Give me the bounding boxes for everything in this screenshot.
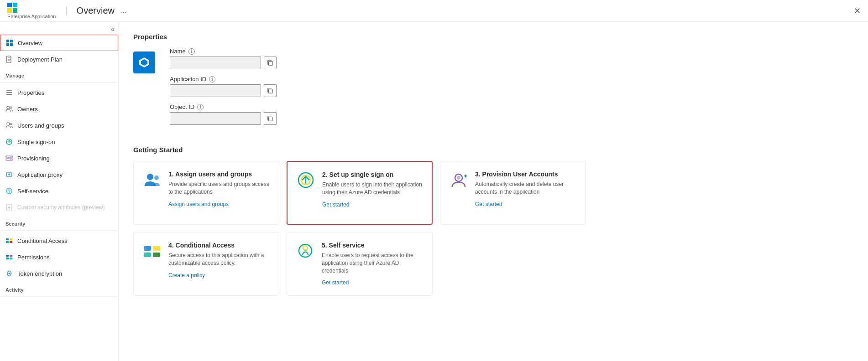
sidebar-item-self-service[interactable]: Self-service: [0, 183, 118, 199]
svg-rect-41: [269, 117, 273, 121]
card-body-provision-accounts: 3. Provision User Accounts Automatically…: [475, 170, 576, 215]
close-button[interactable]: ✕: [854, 6, 861, 16]
sidebar-collapse-button[interactable]: «: [111, 26, 115, 33]
app-id-field-row: Application ID ℹ: [170, 76, 277, 97]
app-id-info-icon[interactable]: ℹ: [209, 76, 215, 83]
svg-rect-40: [269, 89, 273, 93]
logo-cell-green: [13, 8, 17, 13]
proxy-icon: [5, 171, 13, 178]
sidebar-item-label-application-proxy: Application proxy: [17, 171, 63, 178]
sidebar-item-single-sign-on[interactable]: Single sign-on: [0, 134, 118, 150]
svg-rect-1: [10, 40, 13, 42]
card-title-single-sign-on: 2. Set up single sign on: [322, 171, 423, 178]
svg-rect-52: [153, 246, 160, 251]
card-conditional-access: 4. Conditional Access Secure access to t…: [133, 232, 279, 296]
sidebar-item-custom-security[interactable]: Custom security attributes (preview): [0, 199, 118, 216]
app-logo-grid: [7, 3, 17, 13]
main-container: « Overview Deployment Plan Manage Proper…: [0, 22, 868, 361]
app-id-input[interactable]: [170, 84, 261, 97]
sidebar-item-owners[interactable]: Owners: [0, 101, 118, 117]
sidebar-divider-security: [0, 230, 118, 231]
sidebar-item-deployment-plan[interactable]: Deployment Plan: [0, 51, 118, 67]
svg-point-19: [10, 156, 11, 157]
grid-icon: [6, 39, 13, 46]
sidebar-item-label-token-encryption: Token encryption: [17, 270, 62, 277]
card-desc-single-sign-on: Enable users to sign into their applicat…: [322, 181, 423, 196]
sidebar-item-label-permissions: Permissions: [17, 254, 50, 261]
bars-icon: [5, 89, 13, 96]
svg-point-42: [147, 174, 153, 180]
svg-point-20: [10, 159, 11, 160]
svg-point-23: [6, 188, 12, 194]
sidebar-item-conditional-access[interactable]: Conditional Access: [0, 232, 118, 249]
svg-rect-39: [269, 62, 273, 66]
card-body-conditional-access: 4. Conditional Access Secure access to t…: [168, 242, 270, 286]
svg-rect-0: [6, 40, 9, 42]
card-link-single-sign-on[interactable]: Get started: [322, 201, 349, 208]
conditional-icon: [5, 237, 13, 244]
card-body-assign-users: 1. Assign users and groups Provide speci…: [168, 170, 270, 215]
app-id-copy-button[interactable]: [264, 84, 277, 97]
card-title-self-service: 5. Self service: [322, 242, 423, 249]
getting-started-title: Getting Started: [133, 146, 853, 154]
sidebar-item-provisioning[interactable]: Provisioning: [0, 150, 118, 166]
sidebar-item-properties[interactable]: Properties: [0, 84, 118, 101]
custom-icon: [5, 204, 13, 211]
card-title-conditional-access: 4. Conditional Access: [168, 242, 270, 249]
sidebar-item-label-provisioning: Provisioning: [17, 155, 50, 162]
sidebar-item-label-overview: Overview: [18, 40, 42, 46]
provision-accounts-icon: [450, 170, 468, 189]
title-bar: Enterprise Application | Overview ... ✕: [0, 0, 868, 22]
sidebar-collapse-area: «: [0, 22, 118, 35]
card-link-self-service[interactable]: Get started: [322, 279, 349, 286]
svg-point-57: [304, 249, 307, 252]
sidebar-item-application-proxy[interactable]: Application proxy: [0, 166, 118, 183]
card-self-service: 5. Self service Enable users to request …: [287, 232, 433, 296]
properties-fields: Name ℹ Application ID: [170, 48, 277, 131]
svg-point-13: [7, 123, 10, 125]
sidebar-item-label-custom-security: Custom security attributes (preview): [17, 204, 105, 211]
sidebar-item-overview[interactable]: Overview: [0, 35, 118, 51]
object-id-info-icon[interactable]: ℹ: [197, 104, 204, 110]
logo-cell-yellow: [7, 8, 12, 13]
svg-rect-32: [6, 255, 9, 257]
logo-cell-blue: [7, 3, 12, 7]
object-id-input[interactable]: [170, 112, 261, 125]
object-id-input-row: [170, 112, 277, 125]
card-link-provision-accounts[interactable]: Get started: [475, 201, 502, 207]
name-info-icon[interactable]: ℹ: [188, 48, 195, 55]
title-bar-left: Enterprise Application | Overview ...: [7, 3, 127, 19]
card-body-single-sign-on: 2. Set up single sign on Enable users to…: [322, 171, 423, 215]
sidebar-item-permissions[interactable]: Permissions: [0, 249, 118, 265]
self-service-card-icon: [296, 242, 314, 260]
app-id-label: Application ID ℹ: [170, 76, 277, 83]
more-button[interactable]: ...: [120, 6, 127, 15]
sidebar-item-users-groups[interactable]: Users and groups: [0, 117, 118, 134]
cards-row-1: 1. Assign users and groups Provide speci…: [133, 161, 853, 225]
card-link-conditional-access[interactable]: Create a policy: [168, 272, 205, 278]
app-id-input-row: [170, 84, 277, 97]
sidebar-divider-activity: [0, 296, 118, 297]
conditional-access-card-icon: [143, 242, 161, 260]
card-assign-users: 1. Assign users and groups Provide speci…: [133, 161, 279, 225]
svg-point-12: [10, 107, 12, 108]
svg-point-24: [9, 192, 10, 193]
people-icon-users: [5, 122, 13, 129]
properties-section: Properties Name ℹ: [133, 33, 853, 131]
svg-rect-51: [144, 246, 151, 251]
svg-rect-31: [10, 241, 12, 243]
provisioning-icon: [5, 155, 13, 162]
title-separator: |: [65, 5, 67, 16]
card-single-sign-on: 2. Set up single sign on Enable users to…: [287, 161, 433, 225]
svg-point-11: [7, 106, 10, 109]
selfservice-icon: [5, 187, 13, 195]
card-link-assign-users[interactable]: Assign users and groups: [168, 201, 229, 207]
name-input[interactable]: [170, 57, 261, 69]
book-icon: [5, 56, 13, 63]
name-field-row: Name ℹ: [170, 48, 277, 69]
sidebar-divider-manage: [0, 82, 118, 83]
name-copy-button[interactable]: [264, 57, 277, 69]
sidebar-section-activity: Activity: [0, 282, 118, 294]
object-id-copy-button[interactable]: [264, 112, 277, 125]
sidebar-item-token-encryption[interactable]: Token encryption: [0, 265, 118, 282]
